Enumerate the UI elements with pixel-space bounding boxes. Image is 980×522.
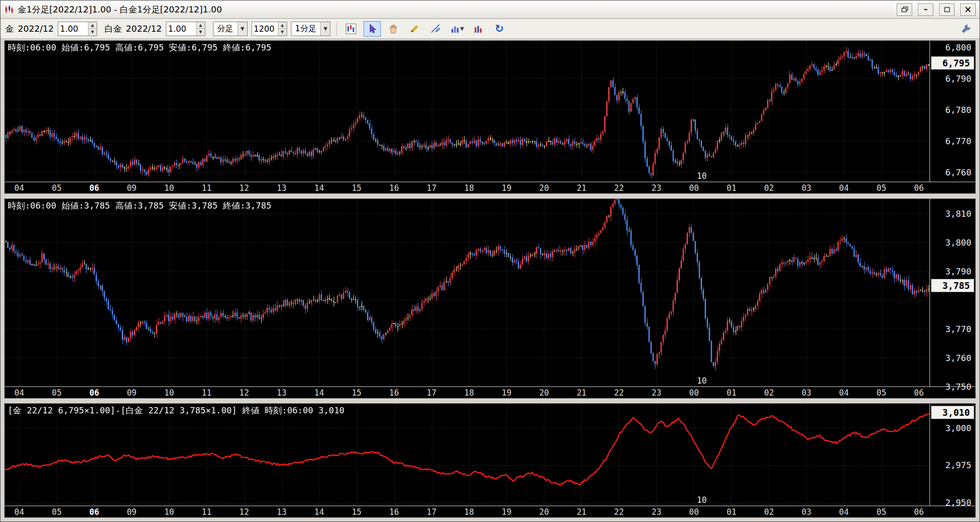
spin-up-icon[interactable]: ▲	[197, 22, 205, 29]
pencil-icon	[409, 24, 420, 34]
x-axis-label: 11	[202, 507, 212, 517]
spread-chart-canvas[interactable]	[5, 404, 930, 506]
platinum-multiplier-stepper[interactable]: ▲ ▼	[166, 22, 205, 36]
x-axis-label: 12	[239, 507, 249, 517]
hand-icon	[388, 24, 399, 34]
y-tick-label: 6,770	[945, 136, 971, 146]
bar-chart-red-blue-icon	[473, 24, 483, 34]
axis-corner	[930, 506, 975, 517]
platinum-chart-area: 時刻:06:00 始値:3,785 高値:3,785 安値:3,785 終値:3…	[5, 199, 930, 386]
x-axis-label: 18	[464, 388, 474, 398]
x-axis-label: 21	[577, 507, 586, 517]
spread-panel: [金 22/12 6,795×1.00]-[白金 22/12 3,785×1.0…	[4, 403, 976, 518]
gold-price-axis: 6,795 6,8006,7906,7806,7706,760	[930, 41, 975, 182]
draw-line-button[interactable]	[406, 21, 423, 37]
bar-chart-icon	[450, 24, 460, 34]
platinum-multiplier-input[interactable]	[166, 22, 196, 36]
x-axis-label: 22	[614, 183, 624, 193]
x-axis-label: 00	[689, 507, 699, 517]
x-axis-label: 16	[389, 183, 399, 193]
x-axis-label: 20	[539, 183, 549, 193]
gold-multiplier-stepper[interactable]: ▲ ▼	[58, 22, 97, 36]
x-axis-label: 11	[202, 183, 212, 193]
maximize-button[interactable]	[939, 3, 955, 16]
y-tick-label: 6,790	[945, 74, 971, 84]
chart-panels: 時刻:06:00 始値:6,795 高値:6,795 安値:6,795 終値:6…	[0, 39, 980, 522]
chevron-down-icon[interactable]: ▼	[238, 22, 247, 36]
spread-info-line: [金 22/12 6,795×1.00]-[白金 22/12 3,785×1.0…	[8, 405, 344, 416]
chart-mode-button[interactable]	[342, 21, 360, 37]
spin-down-icon[interactable]: ▼	[197, 29, 205, 36]
x-axis-label: 04	[839, 388, 849, 398]
chevron-down-icon: ▼	[460, 26, 464, 31]
platinum-date-marker: 10	[697, 376, 706, 385]
x-axis-label: 09	[127, 388, 137, 398]
x-axis-label: 14	[314, 388, 324, 398]
x-axis-label: 14	[314, 507, 324, 517]
bar-count-stepper[interactable]: ▲ ▼	[251, 22, 287, 36]
spin-up-icon[interactable]: ▲	[88, 22, 97, 29]
minimize-button[interactable]: –	[918, 3, 933, 16]
x-axis-label: 01	[727, 507, 736, 517]
indicator-button[interactable]	[469, 21, 487, 37]
bar-type-value: 分足	[214, 23, 238, 34]
spread-last-price-badge: 3,010	[931, 406, 974, 419]
refresh-button[interactable]: ↻	[490, 21, 508, 37]
pan-tool-button[interactable]	[385, 21, 402, 37]
x-axis-label: 06	[89, 183, 99, 193]
x-axis-label: 06	[914, 388, 924, 398]
bar-count-input[interactable]	[252, 22, 278, 36]
spin-down-icon[interactable]: ▼	[278, 29, 287, 36]
pencil-line-icon	[430, 24, 441, 34]
settings-button[interactable]	[957, 21, 975, 37]
gold-time-axis: 0405060910111213141516171819202122230001…	[5, 182, 975, 193]
x-axis-label: 15	[352, 183, 361, 193]
y-tick-label: 6,760	[945, 167, 971, 177]
platinum-last-price-badge: 3,785	[931, 279, 974, 292]
y-tick-label: 3,810	[945, 209, 971, 219]
x-axis-label: 18	[464, 183, 474, 193]
x-axis-label: 22	[614, 507, 624, 517]
x-axis-label: 01	[727, 388, 736, 398]
x-axis-label: 14	[314, 183, 324, 193]
x-axis-label: 17	[427, 507, 436, 517]
spin-down-icon[interactable]: ▼	[88, 29, 97, 36]
bar-interval-select[interactable]: 1分足 ▼	[291, 22, 331, 36]
toolbar-separator	[336, 22, 337, 36]
close-button[interactable]: ×	[960, 3, 976, 16]
wrench-icon	[961, 24, 971, 34]
gold-chart-area: 時刻:06:00 始値:6,795 高値:6,795 安値:6,795 終値:6…	[5, 41, 930, 182]
chevron-down-icon[interactable]: ▼	[320, 22, 330, 36]
gold-chart-canvas[interactable]	[5, 41, 930, 182]
x-axis-label: 10	[164, 183, 174, 193]
x-axis-label: 01	[727, 183, 736, 193]
x-axis-label: 12	[239, 388, 249, 398]
cursor-tool-button[interactable]	[364, 21, 381, 37]
title-bar[interactable]: 金1分足[2022/12]1.00 - 白金1分足[2022/12]1.00 –…	[0, 0, 980, 19]
edit-line-button[interactable]	[427, 21, 444, 37]
x-axis-label: 06	[914, 507, 924, 517]
close-icon: ×	[964, 5, 972, 14]
x-axis-label: 21	[577, 183, 586, 193]
x-axis-label: 02	[764, 507, 774, 517]
float-window-icon	[901, 6, 908, 12]
x-axis-label: 06	[914, 183, 924, 193]
gold-multiplier-input[interactable]	[58, 22, 88, 36]
platinum-chart-canvas[interactable]	[5, 199, 930, 386]
float-window-button[interactable]	[897, 3, 912, 16]
app-candlestick-icon	[4, 5, 14, 14]
toolbar: 金 2022/12 ▲ ▼ 白金 2022/12 ▲ ▼ 分足 ▼ ▲ ▼	[0, 19, 980, 39]
x-axis-label: 03	[802, 507, 811, 517]
y-tick-label: 3,790	[945, 266, 971, 276]
chart-frame-icon	[345, 23, 357, 35]
x-axis-label: 23	[652, 388, 661, 398]
x-axis-label: 11	[202, 388, 212, 398]
x-axis-label: 04	[14, 388, 24, 398]
indicator-menu-button[interactable]: ▼	[448, 21, 465, 37]
spin-up-icon[interactable]: ▲	[278, 22, 287, 29]
bar-type-select[interactable]: 分足 ▼	[213, 22, 248, 36]
x-axis-label: 06	[89, 388, 99, 398]
x-axis-label: 17	[427, 183, 436, 193]
window-title: 金1分足[2022/12]1.00 - 白金1分足[2022/12]1.00	[18, 4, 891, 15]
x-axis-label: 09	[127, 183, 137, 193]
